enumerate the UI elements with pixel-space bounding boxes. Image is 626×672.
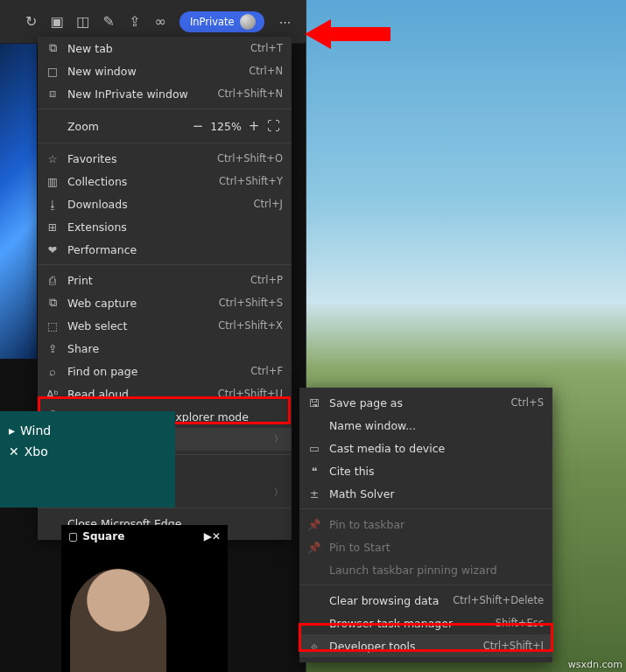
save-icon: 🖫 — [306, 396, 322, 410]
submenu-save-as[interactable]: 🖫 Save page as Ctrl+S — [299, 391, 552, 414]
download-icon: ⭳ — [45, 197, 60, 211]
submenu-name-window[interactable]: Name window... — [299, 414, 552, 437]
tabs-icon[interactable]: ▣ — [50, 15, 63, 29]
select-icon: ⬚ — [45, 318, 60, 332]
collections-icon: ▥ — [45, 174, 60, 188]
menu-separator — [38, 108, 292, 109]
watermark: wsxdn.com — [568, 659, 622, 670]
square-icon: ▢ — [68, 530, 78, 542]
performance-icon: ❤ — [45, 242, 60, 256]
menu-new-tab[interactable]: ⧉ New tab Ctrl+T — [38, 37, 292, 60]
zoom-in-button[interactable]: + — [244, 116, 264, 136]
menu-separator — [38, 264, 292, 265]
menu-separator — [38, 143, 292, 144]
ad-banner[interactable]: ▢Square ▶✕ — [61, 525, 228, 672]
ad-image — [70, 569, 166, 672]
menu-separator — [299, 508, 552, 509]
menu-web-select[interactable]: ⬚ Web select Ctrl+Shift+X — [38, 314, 292, 337]
zoom-value: 125% — [207, 120, 244, 133]
devtools-icon: ⟐ — [306, 639, 322, 653]
page-content-fragment: ▸Wind ✕Xbo — [0, 411, 175, 508]
star-icon: ☆ — [45, 151, 60, 165]
tab-icon: ⧉ — [45, 41, 60, 55]
read-aloud-icon: Aᵇ — [45, 387, 60, 401]
chevron-right-icon: 〉 — [274, 433, 283, 445]
menu-new-inprivate[interactable]: ⧈ New InPrivate window Ctrl+Shift+N — [38, 82, 292, 105]
note-icon[interactable]: ✎ — [102, 15, 115, 29]
ad-brand: ▢Square — [68, 530, 124, 542]
menu-downloads[interactable]: ⭳ Downloads Ctrl+J — [38, 192, 292, 215]
ad-controls[interactable]: ▶✕ — [204, 530, 221, 542]
menu-print[interactable]: ⎙ Print Ctrl+P — [38, 269, 292, 291]
capture-icon: ⧉ — [45, 296, 60, 310]
submenu-developer-tools[interactable]: ⟐ Developer tools Ctrl+Shift+I — [299, 634, 552, 657]
menu-collections[interactable]: ▥ Collections Ctrl+Shift+Y — [38, 170, 292, 192]
submenu-cast[interactable]: ▭ Cast media to device — [299, 437, 552, 459]
submenu-clear-data[interactable]: Clear browsing data Ctrl+Shift+Delete — [299, 589, 552, 612]
menu-zoom-row: Zoom − 125% + ⛶ — [38, 113, 292, 139]
menu-share[interactable]: ⇪ Share — [38, 337, 292, 360]
blank-icon — [45, 516, 60, 530]
page-background-strip — [0, 44, 37, 359]
refresh-icon[interactable]: ↻ — [25, 15, 38, 29]
chevron-right-icon: 〉 — [274, 486, 283, 499]
submenu-pin-taskbar: 📌 Pin to taskbar — [299, 513, 552, 536]
search-icon: ⌕ — [45, 364, 60, 378]
zoom-out-button[interactable]: − — [188, 116, 207, 136]
submenu-task-manager[interactable]: Browser task manager Shift+Esc — [299, 612, 552, 634]
menu-separator — [299, 584, 552, 585]
more-tools-submenu: 🖫 Save page as Ctrl+S Name window... ▭ C… — [299, 388, 552, 662]
menu-separator — [38, 508, 292, 508]
avatar — [240, 14, 256, 30]
menu-new-window[interactable]: □ New window Ctrl+N — [38, 60, 292, 82]
math-icon: ± — [306, 486, 322, 500]
menu-favorites[interactable]: ☆ Favorites Ctrl+Shift+O — [38, 147, 292, 170]
print-icon: ⎙ — [45, 273, 60, 287]
menu-find[interactable]: ⌕ Find on page Ctrl+F — [38, 360, 292, 382]
menu-performance[interactable]: ❤ Performance — [38, 238, 292, 261]
submenu-pin-start: 📌 Pin to Start — [299, 536, 552, 558]
zoom-label: Zoom — [45, 120, 188, 133]
share-icon: ⇪ — [45, 341, 60, 355]
blank-icon — [306, 563, 322, 577]
extensions-icon: ⊞ — [45, 220, 60, 234]
menu-read-aloud[interactable]: Aᵇ Read aloud Ctrl+Shift+U — [38, 382, 292, 405]
submenu-launch-wizard: Launch taskbar pinning wizard — [299, 558, 552, 581]
inprivate-icon: ⧈ — [45, 87, 60, 101]
cite-icon: ❝ — [306, 464, 322, 478]
screenshot-icon[interactable]: ◫ — [76, 15, 89, 29]
pin-icon: 📌 — [306, 517, 322, 531]
cast-icon: ▭ — [306, 441, 322, 455]
submenu-cite[interactable]: ❝ Cite this — [299, 459, 552, 482]
blank-icon — [306, 616, 322, 630]
window-icon: □ — [45, 64, 60, 78]
more-menu-button[interactable]: ⋯ — [277, 12, 295, 32]
blank-icon — [306, 418, 322, 432]
submenu-math[interactable]: ± Math Solver — [299, 482, 552, 505]
menu-extensions[interactable]: ⊞ Extensions — [38, 215, 292, 238]
fullscreen-button[interactable]: ⛶ — [264, 116, 283, 136]
pin-icon: 📌 — [306, 540, 322, 554]
link-icon[interactable]: ∞ — [153, 15, 166, 29]
share-icon[interactable]: ⇪ — [128, 15, 141, 29]
inprivate-badge[interactable]: InPrivate — [179, 11, 264, 32]
menu-web-capture[interactable]: ⧉ Web capture Ctrl+Shift+S — [38, 291, 292, 314]
inprivate-label: InPrivate — [190, 16, 235, 28]
blank-icon — [306, 593, 322, 607]
